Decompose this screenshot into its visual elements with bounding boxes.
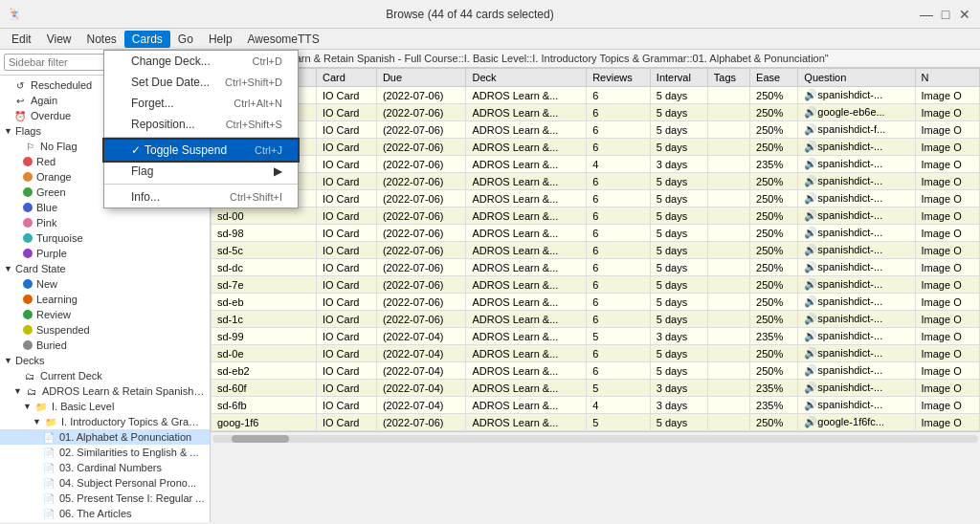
menu-forget[interactable]: Forget... Ctrl+Alt+N — [104, 93, 298, 114]
menu-edit[interactable]: Edit — [4, 31, 39, 48]
sidebar-item-prepositions[interactable]: 📄 07. Prepositions — [0, 521, 210, 522]
sidebar-item-suspended[interactable]: Suspended — [0, 322, 210, 338]
col-due[interactable]: Due — [376, 69, 466, 87]
sidebar-item-label: Purple — [36, 248, 67, 259]
table-row[interactable]: sd-7f0IO Card(2022-07-06)ADROS Learn &..… — [212, 156, 980, 173]
table-row[interactable]: goog-1f6IO Card(2022-07-06)ADROS Learn &… — [212, 414, 980, 431]
sidebar-item-basic-level[interactable]: ▼ 📁 I. Basic Level — [0, 399, 210, 414]
table-cell-9: Image O — [915, 397, 980, 414]
table-cell-4: 6 — [587, 139, 651, 156]
col-ease[interactable]: Ease — [750, 69, 798, 87]
menu-go[interactable]: Go — [170, 31, 201, 48]
close-button[interactable]: ✕ — [957, 7, 972, 22]
sidebar-item-label: ADROS Learn & Retain Spanish - Ful... — [42, 385, 206, 397]
sidebar-group-card-state[interactable]: ▼ Card State — [0, 261, 210, 276]
sidebar-item-review[interactable]: Review — [0, 307, 210, 322]
sidebar-item-label: 05. Present Tense I: Regular ... — [59, 492, 204, 504]
sidebar-item-cardinal[interactable]: 📄 03. Cardinal Numbers — [0, 460, 210, 475]
menu-notes[interactable]: Notes — [78, 31, 123, 48]
menu-cards[interactable]: Cards — [124, 31, 170, 48]
table-row[interactable]: hd-5aIO Card(2022-07-06)ADROS Learn &...… — [212, 87, 980, 104]
sidebar-item-similarities[interactable]: 📄 02. Similarities to English & ... — [0, 445, 210, 460]
table-row[interactable]: sd-60fIO Card(2022-07-04)ADROS Learn &..… — [212, 380, 980, 397]
table-row[interactable]: sd-5cIO Card(2022-07-06)ADROS Learn &...… — [212, 242, 980, 259]
menu-reposition[interactable]: Reposition... Ctrl+Shift+S — [104, 114, 298, 135]
table-row[interactable]: hd-fb1IO Card(2022-07-06)ADROS Learn &..… — [212, 121, 980, 139]
col-deck[interactable]: Deck — [466, 69, 587, 87]
sidebar-item-label: Blue — [36, 202, 57, 213]
horizontal-scrollbar[interactable] — [211, 431, 980, 445]
sidebar-item-turquoise[interactable]: Turquoise — [0, 230, 210, 246]
menu-view[interactable]: View — [39, 31, 79, 48]
table-row[interactable]: sd-2aIO Card(2022-07-06)ADROS Learn &...… — [212, 173, 980, 190]
sidebar-item-buried[interactable]: Buried — [0, 338, 210, 353]
table-cell-0: sd-0e — [212, 345, 317, 362]
table-cell-7: 250% — [750, 104, 798, 121]
table-cell-9: Image O — [915, 139, 980, 156]
menu-item-label: Set Due Date... — [131, 76, 210, 89]
col-tags[interactable]: Tags — [707, 69, 749, 87]
menu-item-label: Reposition... — [131, 118, 195, 131]
basic-level-icon: 📁 — [34, 402, 48, 412]
table-cell-6 — [707, 414, 749, 431]
table-cell-9: Image O — [915, 259, 980, 276]
menu-change-deck[interactable]: Change Deck... Ctrl+D — [104, 51, 298, 72]
sidebar-item-pink[interactable]: Pink — [0, 215, 210, 230]
table-cell-7: 250% — [750, 242, 798, 259]
table-cell-9: Image O — [915, 225, 980, 242]
sidebar-item-articles[interactable]: 📄 06. The Articles — [0, 506, 210, 521]
table-row[interactable]: sd-0eIO Card(2022-07-04)ADROS Learn &...… — [212, 345, 980, 362]
menu-item-label: Change Deck... — [131, 55, 211, 68]
maximize-button[interactable]: □ — [938, 7, 953, 22]
col-question[interactable]: Question — [798, 69, 915, 87]
menu-toggle-suspend[interactable]: ✓ Toggle Suspend Ctrl+J — [104, 140, 298, 161]
table-row[interactable]: hd-15IO Card(2022-07-06)ADROS Learn &...… — [212, 139, 980, 156]
sidebar-item-alphabet[interactable]: 📄 01. Alphabet & Ponunciation — [0, 429, 210, 445]
buried-dot-icon — [23, 340, 33, 350]
intro-arrow-icon: ▼ — [33, 417, 42, 426]
rescheduled-icon: ↺ — [13, 80, 27, 91]
menu-awesometts[interactable]: AwesomeTTS — [240, 31, 327, 48]
table-row[interactable]: sd-99IO Card(2022-07-04)ADROS Learn &...… — [212, 328, 980, 345]
table-row[interactable]: sd-1cIO Card(2022-07-06)ADROS Learn &...… — [212, 311, 980, 328]
decks-arrow-icon: ▼ — [4, 356, 13, 365]
table-row[interactable]: sd-dcIO Card(2022-07-06)ADROS Learn &...… — [212, 259, 980, 276]
sidebar-item-label: New — [36, 278, 57, 290]
table-cell-8: 🔊spanishdict-... — [798, 225, 915, 242]
sidebar-item-purple[interactable]: Purple — [0, 246, 210, 261]
sidebar-group-decks[interactable]: ▼ Decks — [0, 353, 210, 368]
table-row[interactable]: sd-00IO Card(2022-07-06)ADROS Learn &...… — [212, 207, 980, 225]
menu-flag[interactable]: Flag ▶ — [104, 161, 298, 182]
table-container[interactable]: ield Card Due Deck Reviews Interval Tags… — [211, 68, 980, 522]
scrollbar-thumb[interactable] — [232, 435, 289, 443]
sidebar-item-present-tense[interactable]: 📄 05. Present Tense I: Regular ... — [0, 491, 210, 506]
table-row[interactable]: sd-6fbIO Card(2022-07-04)ADROS Learn &..… — [212, 397, 980, 414]
table-cell-1: IO Card — [316, 345, 376, 362]
sidebar-item-subject[interactable]: 📄 04. Subject Personal Prono... — [0, 475, 210, 491]
minimize-button[interactable]: — — [919, 7, 934, 22]
menu-info[interactable]: Info... Ctrl+Shift+I — [104, 186, 298, 207]
sidebar-item-new[interactable]: New — [0, 276, 210, 292]
col-note[interactable]: N — [915, 69, 980, 87]
table-row[interactable]: hd-22IO Card(2022-07-06)ADROS Learn &...… — [212, 104, 980, 121]
col-interval[interactable]: Interval — [650, 69, 707, 87]
col-reviews[interactable]: Reviews — [587, 69, 651, 87]
table-row[interactable]: sd-eb2IO Card(2022-07-04)ADROS Learn &..… — [212, 362, 980, 380]
sidebar-item-label: Orange — [36, 171, 72, 183]
menu-set-due-date[interactable]: Set Due Date... Ctrl+Shift+D — [104, 72, 298, 93]
table-row[interactable]: sd-ebIO Card(2022-07-06)ADROS Learn &...… — [212, 294, 980, 311]
table-row[interactable]: sd-c3IO Card(2022-07-06)ADROS Learn &...… — [212, 190, 980, 207]
table-cell-6 — [707, 276, 749, 294]
table-cell-7: 250% — [750, 87, 798, 104]
sidebar-item-learning[interactable]: Learning — [0, 292, 210, 307]
table-row[interactable]: sd-7eIO Card(2022-07-06)ADROS Learn &...… — [212, 276, 980, 294]
table-row[interactable]: sd-98IO Card(2022-07-06)ADROS Learn &...… — [212, 225, 980, 242]
sidebar-item-adros-deck[interactable]: ▼ 🗂 ADROS Learn & Retain Spanish - Ful..… — [0, 383, 210, 399]
no-flag-icon: ⚐ — [23, 142, 36, 152]
sidebar-item-intro-topics[interactable]: ▼ 📁 I. Introductory Topics & Gram... — [0, 414, 210, 429]
menu-help[interactable]: Help — [201, 31, 240, 48]
sidebar-item-current-deck[interactable]: 🗂 Current Deck — [0, 368, 210, 383]
table-cell-7: 250% — [750, 294, 798, 311]
col-card[interactable]: Card — [316, 69, 376, 87]
menubar: Edit View Notes Cards Go Help AwesomeTTS — [0, 29, 980, 50]
